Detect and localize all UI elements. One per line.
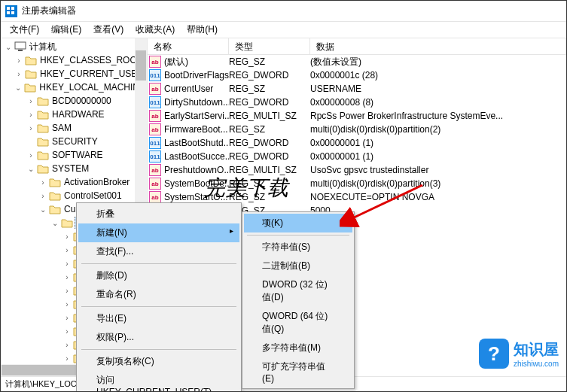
string-value-icon: ab: [149, 178, 161, 190]
value-type: REG_SZ: [229, 192, 310, 202]
ctx-new[interactable]: 新建(N): [78, 223, 239, 242]
tree-bcd[interactable]: ›BCD00000000: [1, 94, 147, 108]
value-row[interactable]: ab(默认)REG_SZ(数值未设置): [148, 55, 566, 68]
value-data: (数值未设置): [310, 56, 566, 68]
expand-icon[interactable]: ›: [14, 70, 23, 78]
tree-security[interactable]: SECURITY: [1, 135, 147, 148]
expand-icon[interactable]: ›: [38, 192, 47, 200]
ctx-separator: [81, 349, 236, 350]
collapse-icon[interactable]: ⌄: [14, 84, 23, 92]
expand-icon[interactable]: ›: [26, 97, 35, 105]
expand-icon[interactable]: ›: [26, 111, 35, 119]
ctx-goto-hkcu[interactable]: 访问 HKEY_CURRENT_USER(T): [78, 371, 239, 392]
ctx-copy-key-name[interactable]: 复制项名称(C): [78, 352, 239, 371]
tree-hardware[interactable]: ›HARDWARE: [1, 108, 147, 121]
value-data: 0x0000001c (28): [310, 70, 566, 81]
value-type: REG_DWORD: [229, 151, 310, 162]
brand-url: zhishiwu.com: [514, 360, 559, 368]
tree-activationbroker[interactable]: ›ActivationBroker: [1, 175, 147, 189]
folder-icon: [37, 163, 49, 174]
ctx-separator: [247, 235, 349, 236]
ctx-new-string[interactable]: 字符串值(S): [244, 238, 352, 257]
ctx-new-key[interactable]: 项(K): [244, 214, 352, 232]
menu-view[interactable]: 查看(V): [87, 22, 130, 38]
value-row[interactable]: abSystemBootDe...REG_SZmulti(0)disk(0)rd…: [148, 177, 566, 190]
value-row[interactable]: 011BootDriverFlagsREG_DWORD0x0000001c (2…: [148, 68, 566, 82]
col-header-name[interactable]: 名称: [148, 38, 229, 54]
tree-hkcr[interactable]: ›HKEY_CLASSES_ROOT: [1, 53, 147, 67]
string-value-icon: ab: [149, 83, 161, 95]
tree-system[interactable]: ⌄SYSTEM: [1, 162, 147, 175]
binary-value-icon: 011: [149, 137, 161, 149]
value-data: multi(0)disk(0)rdisk(0)partition(3): [310, 178, 566, 189]
tree-controlset001[interactable]: ›ControlSet001: [1, 189, 147, 202]
value-name: EarlyStartServi...: [164, 111, 229, 121]
collapse-icon[interactable]: ⌄: [38, 205, 47, 214]
value-data: 0x00000001 (1): [310, 151, 566, 162]
tree-hkcu[interactable]: ›HKEY_CURRENT_USER: [1, 67, 147, 81]
value-name: BootDriverFlags: [164, 70, 229, 81]
folder-icon: [37, 96, 49, 106]
string-value-icon: ab: [149, 56, 161, 68]
expand-icon[interactable]: ›: [26, 151, 35, 160]
expand-icon[interactable]: ›: [26, 124, 35, 132]
ctx-new-multi[interactable]: 多字符串值(M): [244, 339, 352, 357]
folder-icon: [37, 123, 49, 133]
value-name: CurrentUser: [164, 84, 213, 94]
values-list[interactable]: ab(默认)REG_SZ(数值未设置)011BootDriverFlagsREG…: [148, 55, 566, 217]
folder-icon: [37, 136, 49, 147]
ctx-rename[interactable]: 重命名(R): [78, 285, 239, 304]
value-data: 0x00000001 (1): [310, 138, 566, 148]
menu-favorites[interactable]: 收藏夹(A): [130, 22, 181, 38]
value-type: REG_SZ: [229, 124, 310, 135]
value-row[interactable]: abEarlyStartServi...REG_MULTI_SZRpcSs Po…: [148, 109, 566, 123]
col-header-type[interactable]: 类型: [229, 38, 310, 54]
svg-rect-5: [18, 50, 23, 51]
ctx-new-dword[interactable]: DWORD (32 位)值(D): [244, 275, 352, 307]
ctx-new-qword[interactable]: QWORD (64 位)值(Q): [244, 307, 352, 339]
svg-rect-3: [11, 11, 14, 14]
value-type: REG_SZ: [229, 56, 310, 67]
ctx-collapse[interactable]: 折叠: [78, 205, 239, 223]
ctx-new-expand[interactable]: 可扩充字符串值(E): [244, 357, 352, 387]
menu-edit[interactable]: 编辑(E): [45, 22, 87, 38]
value-data: 0x00000008 (8): [310, 97, 566, 108]
ctx-new-binary[interactable]: 二进制值(B): [244, 257, 352, 275]
collapse-icon[interactable]: ⌄: [50, 219, 59, 227]
string-value-icon: ab: [149, 164, 161, 176]
collapse-icon[interactable]: ⌄: [4, 43, 13, 51]
menu-file[interactable]: 文件(F): [4, 22, 45, 38]
tree-software[interactable]: ›SOFTWARE: [1, 148, 147, 162]
value-name: PreshutdownO...: [164, 165, 229, 175]
context-menu: 折叠 新建(N) 查找(F)... 删除(D) 重命名(R) 导出(E) 权限(…: [76, 202, 242, 392]
value-row[interactable]: 011DirtyShutdown...REG_DWORD0x00000008 (…: [148, 96, 566, 109]
tree-hklm[interactable]: ⌄HKEY_LOCAL_MACHINE: [1, 81, 147, 94]
tree-root[interactable]: ⌄计算机: [1, 40, 147, 53]
expand-icon[interactable]: ›: [38, 178, 47, 187]
titlebar: 注册表编辑器: [1, 1, 566, 22]
value-data: UsoSvc gpsvc trustedinstaller: [310, 165, 566, 175]
menu-help[interactable]: 帮助(H): [181, 22, 224, 38]
value-data: USERNAME: [310, 84, 566, 94]
value-row[interactable]: abPreshutdownO...REG_MULTI_SZUsoSvc gpsv…: [148, 163, 566, 177]
ctx-export[interactable]: 导出(E): [78, 309, 239, 328]
value-row[interactable]: 011LastBootSucce...REG_DWORD0x00000001 (…: [148, 150, 566, 163]
svg-rect-2: [7, 11, 10, 14]
svg-rect-4: [15, 42, 26, 49]
col-header-data[interactable]: 数据: [310, 38, 566, 54]
ctx-find[interactable]: 查找(F)...: [78, 242, 239, 261]
ctx-permissions[interactable]: 权限(P)...: [78, 328, 239, 347]
folder-icon: [49, 204, 61, 214]
value-row[interactable]: abCurrentUserREG_SZUSERNAME: [148, 82, 566, 96]
value-type: REG_DWORD: [229, 70, 310, 81]
value-type: REG_DWORD: [229, 97, 310, 108]
value-row[interactable]: abFirmwareBoot...REG_SZmulti(0)disk(0)rd…: [148, 123, 566, 136]
value-row[interactable]: 011LastBootShutd...REG_DWORD0x00000001 (…: [148, 136, 566, 150]
computer-icon: [14, 41, 26, 52]
collapse-icon[interactable]: ⌄: [26, 165, 35, 173]
tree-sam[interactable]: ›SAM: [1, 121, 147, 135]
value-type: REG_DWORD: [229, 138, 310, 148]
menubar: 文件(F) 编辑(E) 查看(V) 收藏夹(A) 帮助(H): [1, 22, 566, 38]
expand-icon[interactable]: ›: [14, 56, 23, 65]
ctx-delete[interactable]: 删除(D): [78, 266, 239, 285]
